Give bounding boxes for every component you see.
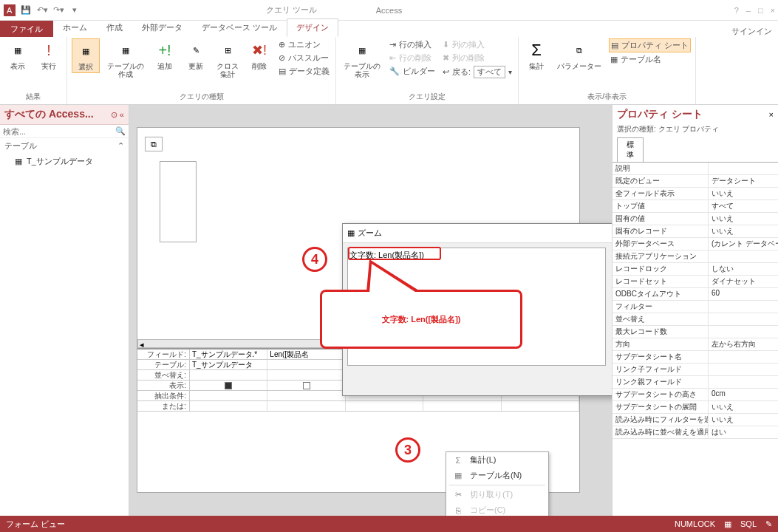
save-icon[interactable]: 💾 bbox=[19, 4, 33, 17]
parameters-button[interactable]: ⧉パラメーター bbox=[554, 38, 604, 72]
props-tab-standard[interactable]: 標準 bbox=[617, 137, 644, 162]
property-grid[interactable]: 説明既定のビューデータシート全フィールド表示いいえトップ値すべて固有の値いいえ固… bbox=[612, 162, 778, 516]
tab-design[interactable]: デザイン bbox=[287, 18, 338, 37]
context-tab-title: クエリ ツール bbox=[266, 4, 317, 16]
app-title: Access bbox=[376, 6, 402, 15]
property-row[interactable]: 接続元アプリケーション bbox=[612, 250, 778, 263]
close-icon[interactable]: × bbox=[771, 6, 775, 15]
table-names-button[interactable]: ▦テーブル名 bbox=[609, 53, 691, 66]
status-bar: フォーム ビュー NUMLOCK ▦ SQL ✎ bbox=[0, 516, 778, 532]
context-menu: Σ集計(L) ▦テーブル名(N) ✂切り取り(T) ⎘コピー(C) 📋貼り付け(… bbox=[446, 451, 549, 516]
totals-button[interactable]: Σ集計 bbox=[523, 38, 550, 72]
insert-col-button[interactable]: ⬇列の挿入 bbox=[441, 38, 513, 51]
append-button[interactable]: +!追加 bbox=[151, 38, 178, 72]
crosstab-button[interactable]: ⊞クロス 集計 bbox=[214, 38, 242, 80]
delete-col-button[interactable]: ✖列の削除 bbox=[441, 52, 513, 64]
navigation-pane: すべての Access... ⊙ « 🔍 テーブル⌃ ▦T_サンプルデータ bbox=[0, 105, 129, 516]
property-row[interactable]: サブデータシートの高さ0cm bbox=[612, 389, 778, 401]
search-input[interactable] bbox=[3, 127, 115, 136]
property-row[interactable]: 最大レコード数 bbox=[612, 326, 778, 338]
maximize-icon[interactable]: □ bbox=[758, 6, 763, 15]
titlebar: A 💾 ↶▾ ↷▾ ▾ クエリ ツール Access ? – □ × bbox=[0, 0, 778, 21]
status-left: フォーム ビュー bbox=[6, 519, 65, 530]
select-query-button[interactable]: ▦選択 bbox=[72, 38, 100, 73]
union-button[interactable]: ⊕ユニオン bbox=[277, 38, 331, 51]
undo-icon[interactable]: ↶▾ bbox=[35, 4, 49, 17]
delete-button[interactable]: ✖!削除 bbox=[246, 38, 273, 72]
insert-col-icon: ⬇ bbox=[443, 40, 449, 50]
datadef-button[interactable]: ▤データ定義 bbox=[277, 65, 331, 78]
nav-category-tables[interactable]: テーブル⌃ bbox=[0, 138, 129, 154]
property-row[interactable]: 既定のビューデータシート bbox=[612, 175, 778, 188]
query-window-tab[interactable]: ⧉ bbox=[145, 137, 163, 151]
property-row[interactable]: リンク親フィールド bbox=[612, 376, 778, 389]
signin-link[interactable]: サインイン bbox=[731, 26, 772, 37]
tab-external-data[interactable]: 外部データ bbox=[132, 18, 192, 37]
property-row[interactable]: ODBCタイムアウト60 bbox=[612, 288, 778, 301]
nav-collapse-icon[interactable]: ⊙ « bbox=[111, 110, 124, 120]
show-table-button[interactable]: ▦テーブルの 表示 bbox=[341, 38, 383, 80]
nav-item-table[interactable]: ▦T_サンプルデータ bbox=[0, 154, 129, 169]
insert-row-button[interactable]: ⇥行の挿入 bbox=[388, 38, 437, 51]
nav-header[interactable]: すべての Access... ⊙ « bbox=[0, 105, 129, 125]
property-row[interactable]: 読み込み時にフィルターを適用いいえ bbox=[612, 414, 778, 426]
property-row[interactable]: 外部データベース(カレント データベー bbox=[612, 238, 778, 250]
tab-file[interactable]: ファイル bbox=[0, 21, 53, 37]
property-row[interactable]: サブデータシートの展開いいえ bbox=[612, 401, 778, 414]
property-row[interactable]: レコードロックしない bbox=[612, 263, 778, 276]
menu-totals[interactable]: Σ集計(L) bbox=[446, 452, 548, 468]
zoom-dlg-icon: ▦ bbox=[347, 228, 355, 238]
design-canvas: ⧉ ◂ フィールド:T_サンプルデータ.*Len([製品名 テーブル:T_サンプ… bbox=[129, 105, 612, 516]
tab-home[interactable]: ホーム bbox=[53, 18, 97, 37]
property-row[interactable]: 全フィールド表示いいえ bbox=[612, 188, 778, 200]
crosstab-icon: ⊞ bbox=[217, 40, 238, 61]
minimize-icon[interactable]: – bbox=[746, 6, 751, 15]
delete-row-icon: ⇤ bbox=[389, 53, 396, 63]
delete-row-button[interactable]: ⇤行の削除 bbox=[388, 52, 437, 64]
return-icon: ↩ bbox=[443, 67, 449, 77]
property-row[interactable]: 説明 bbox=[612, 163, 778, 175]
property-row[interactable]: レコードセットダイナセット bbox=[612, 276, 778, 288]
props-close-icon[interactable]: × bbox=[769, 110, 774, 119]
property-row[interactable]: 並べ替え bbox=[612, 313, 778, 326]
menu-copy[interactable]: ⎘コピー(C) bbox=[446, 502, 548, 516]
builder-icon: 🔧 bbox=[389, 66, 400, 76]
qat-more-icon[interactable]: ▾ bbox=[68, 4, 81, 17]
update-icon: ✎ bbox=[185, 40, 206, 61]
update-button[interactable]: ✎更新 bbox=[182, 38, 209, 72]
run-button[interactable]: !実行 bbox=[35, 38, 62, 72]
redo-icon[interactable]: ↷▾ bbox=[52, 4, 65, 17]
table-list-box[interactable] bbox=[160, 161, 197, 242]
property-sheet-button[interactable]: ▤プロパティ シート bbox=[609, 38, 691, 52]
tab-create[interactable]: 作成 bbox=[97, 18, 132, 37]
view-sql-icon[interactable]: SQL bbox=[740, 519, 757, 528]
tab-database-tools[interactable]: データベース ツール bbox=[192, 18, 287, 37]
property-row[interactable]: 読み込み時に並べ替えを適用はい bbox=[612, 426, 778, 439]
property-row[interactable]: 固有のレコードいいえ bbox=[612, 225, 778, 238]
search-icon[interactable]: 🔍 bbox=[115, 126, 126, 136]
passthrough-icon: ⊘ bbox=[279, 53, 285, 63]
datadef-icon: ▤ bbox=[279, 66, 286, 76]
ribbon-group-show-hide: Σ集計 ⧉パラメーター ▤プロパティ シート ▦テーブル名 表示/非表示 bbox=[519, 37, 696, 104]
view-button[interactable]: ▦表示 bbox=[4, 38, 31, 72]
property-row[interactable]: 固有の値いいえ bbox=[612, 213, 778, 225]
append-icon: +! bbox=[154, 40, 175, 61]
view-design-icon[interactable]: ✎ bbox=[765, 519, 772, 529]
tablenames-icon: ▦ bbox=[452, 471, 464, 480]
property-row[interactable]: 方向左から右方向 bbox=[612, 338, 778, 351]
show-checkbox[interactable] bbox=[303, 382, 310, 389]
property-row[interactable]: リンク子フィールド bbox=[612, 364, 778, 376]
help-icon[interactable]: ? bbox=[734, 6, 739, 15]
menu-tablenames[interactable]: ▦テーブル名(N) bbox=[446, 468, 548, 483]
show-checkbox[interactable] bbox=[225, 382, 232, 389]
passthrough-button[interactable]: ⊘パススルー bbox=[277, 52, 331, 64]
view-datasheet-icon[interactable]: ▦ bbox=[724, 519, 731, 529]
table-icon: ▦ bbox=[15, 157, 22, 166]
menu-cut[interactable]: ✂切り取り(T) bbox=[446, 487, 548, 502]
property-row[interactable]: サブデータシート名 bbox=[612, 351, 778, 364]
property-row[interactable]: トップ値すべて bbox=[612, 200, 778, 213]
builder-button[interactable]: 🔧ビルダー bbox=[388, 65, 437, 78]
maketable-button[interactable]: ▦テーブルの 作成 bbox=[104, 38, 147, 80]
return-rows[interactable]: ↩戻る: すべて▾ bbox=[441, 65, 513, 79]
property-row[interactable]: フィルター bbox=[612, 301, 778, 313]
